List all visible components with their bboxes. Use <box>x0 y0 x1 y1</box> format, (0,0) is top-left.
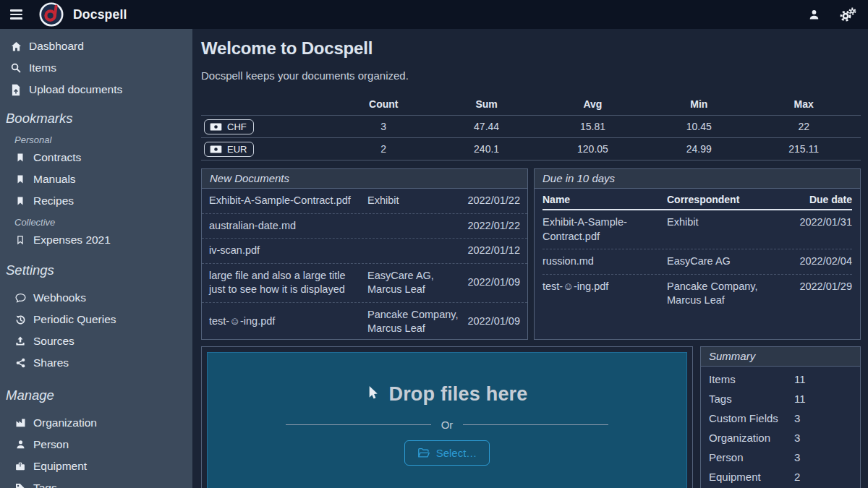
currency-chf-pill[interactable]: CHF <box>204 119 254 134</box>
doc-correspondent: Exhibit <box>667 215 799 244</box>
sidebar-item-items[interactable]: Items <box>0 57 192 79</box>
search-icon <box>9 62 22 74</box>
sidebar-item-label: Dasbhoard <box>29 40 84 53</box>
doc-name: large file and also a large title just t… <box>209 269 367 297</box>
settings-heading: Settings <box>0 261 192 280</box>
sidebar-item-manuals[interactable]: Manuals <box>0 168 192 190</box>
summary-row: Custom Fields 3 <box>701 408 860 428</box>
summary-value: 3 <box>794 411 800 426</box>
stat-value: 215.11 <box>746 138 861 160</box>
sidebar-item-recipes[interactable]: Recipes <box>0 190 192 212</box>
stats-header: Max <box>746 95 861 116</box>
summary-row: Organization 3 <box>701 428 860 448</box>
bookmarks-collective-label: Collective <box>0 215 192 229</box>
new-documents-panel: New Documents Exhibit-A-Sample-Contract.… <box>201 168 528 340</box>
money-bill-icon <box>210 145 222 154</box>
summary-label: Tags <box>709 391 794 406</box>
user-icon[interactable] <box>808 9 820 21</box>
sidebar-item-label: Organization <box>33 416 97 429</box>
doc-correspondent: EasyCare AG <box>667 254 799 269</box>
sidebar-item-person[interactable]: Person <box>0 434 192 455</box>
summary-value: 11 <box>794 391 806 406</box>
sidebar-item-label: Manuals <box>33 173 76 186</box>
sidebar-item-contracts[interactable]: Contracts <box>0 147 192 168</box>
sidebar-item-tags[interactable]: Tags <box>0 477 192 488</box>
tag-icon <box>14 482 27 488</box>
file-dropzone[interactable]: Drop files here Or Select… <box>207 352 687 488</box>
sidebar-item-sources[interactable]: Sources <box>0 330 192 352</box>
summary-row: Tags 11 <box>701 389 860 408</box>
bookmark-icon <box>14 195 27 207</box>
summary-label: Person <box>709 450 794 465</box>
summary-row: Person 3 <box>701 448 860 467</box>
new-doc-row[interactable]: Exhibit-A-Sample-Contract.pdf Exhibit 20… <box>202 189 527 214</box>
app-title: Docspell <box>73 7 127 22</box>
doc-name: test-☺-ing.pdf <box>542 280 667 308</box>
share-icon <box>14 357 27 369</box>
person-icon <box>14 439 27 450</box>
select-files-button[interactable]: Select… <box>404 440 490 466</box>
currency-eur-pill[interactable]: EUR <box>204 142 254 157</box>
sidebar-item-upload-documents[interactable]: Upload documents <box>0 79 192 100</box>
stat-value: 47.44 <box>439 116 535 138</box>
panel-title: Due in 10 days <box>535 169 860 189</box>
dropzone-title-text: Drop files here <box>388 383 527 406</box>
sidebar-item-label: Contracts <box>33 151 81 164</box>
new-doc-row[interactable]: australian-date.md 2022/01/22 <box>202 214 527 239</box>
stats-table: Count Sum Avg Min Max CHF 3 47.44 <box>201 95 861 160</box>
currency-label: CHF <box>227 121 247 132</box>
new-doc-row[interactable]: test-☺-ing.pdf Pancake Company, Marcus L… <box>202 303 527 340</box>
doc-name: iv-scan.pdf <box>209 244 367 258</box>
sidebar-item-label: Items <box>29 61 56 74</box>
stats-header: Count <box>328 95 439 116</box>
sidebar-item-expenses-2021[interactable]: Expenses 2021 <box>0 229 192 251</box>
new-doc-row[interactable]: large file and also a large title just t… <box>202 264 527 303</box>
sidebar-item-equipment[interactable]: Equipment <box>0 455 192 477</box>
doc-date: 2022/01/09 <box>467 275 520 290</box>
home-icon <box>9 40 22 53</box>
history-icon <box>14 314 27 326</box>
due-row[interactable]: Exhibit-A-Sample-Contract.pdf Exhibit 20… <box>542 210 852 249</box>
currency-label: EUR <box>227 144 247 155</box>
bookmark-icon <box>14 174 27 185</box>
page-title: Welcome to Docspell <box>201 38 861 59</box>
stat-value: 3 <box>328 116 439 138</box>
doc-name: test-☺-ing.pdf <box>209 314 367 329</box>
column-header: Name <box>542 194 667 205</box>
upload-panel: Drop files here Or Select… <box>201 346 693 488</box>
sidebar-item-label: Sources <box>33 335 75 348</box>
cogs-icon[interactable] <box>839 7 856 22</box>
manage-heading: Manage <box>0 386 192 405</box>
sidebar-item-label: Periodic Queries <box>33 313 116 326</box>
sidebar-item-label: Equipment <box>33 460 87 473</box>
stats-header: Min <box>651 95 746 116</box>
doc-due-date: 2022/02/04 <box>799 254 852 269</box>
or-divider: Or <box>286 419 608 431</box>
panel-title: Summary <box>701 347 860 367</box>
sidebar-item-dashboard[interactable]: Dasbhoard <box>0 35 192 57</box>
due-row[interactable]: russion.md EasyCare AG 2022/02/04 <box>542 249 852 275</box>
sidebar-item-organization[interactable]: Organization <box>0 412 192 434</box>
doc-name: Exhibit-A-Sample-Contract.pdf <box>542 215 667 244</box>
money-bill-icon <box>210 122 222 132</box>
doc-correspondent: EasyCare AG, Marcus Leaf <box>367 269 464 297</box>
doc-date: 2022/01/09 <box>467 314 520 329</box>
stat-value: 2 <box>328 138 439 160</box>
file-upload-icon <box>9 84 22 96</box>
summary-value: 3 <box>794 450 800 465</box>
doc-date: 2022/01/22 <box>467 219 520 234</box>
sidebar-item-label: Webhooks <box>33 291 86 304</box>
menu-icon[interactable] <box>1 9 30 20</box>
sidebar-item-periodic-queries[interactable]: Periodic Queries <box>0 309 192 330</box>
sidebar-item-label: Person <box>33 438 69 451</box>
sidebar-item-webhooks[interactable]: Webhooks <box>0 287 192 309</box>
stats-header: Sum <box>439 95 535 116</box>
due-row[interactable]: test-☺-ing.pdf Pancake Company, Marcus L… <box>542 275 852 313</box>
sidebar-item-label: Tags <box>33 481 57 488</box>
summary-value: 11 <box>794 372 806 387</box>
new-doc-row[interactable]: iv-scan.pdf 2022/01/12 <box>202 239 527 264</box>
summary-label: Items <box>709 372 794 387</box>
sidebar-item-shares[interactable]: Shares <box>0 352 192 374</box>
or-label: Or <box>441 419 454 431</box>
stat-value: 15.81 <box>535 116 652 138</box>
